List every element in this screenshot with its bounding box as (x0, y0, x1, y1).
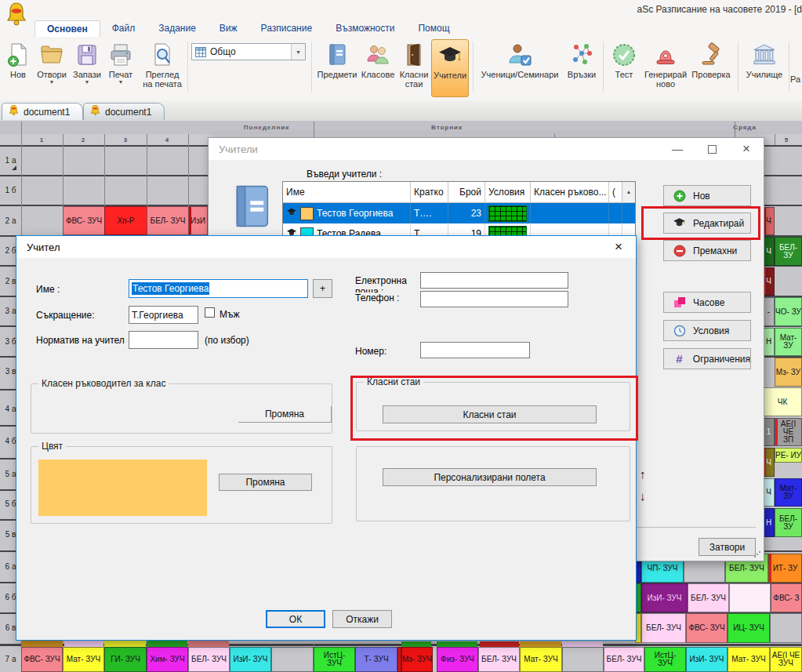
timetable-cell[interactable]: ИзИ (188, 206, 208, 235)
remove-teacher-button[interactable]: Премахни (663, 240, 751, 261)
new-teacher-button[interactable]: Нов (663, 185, 751, 206)
menu-tab[interactable]: Файл (100, 20, 147, 37)
timetable-cell[interactable]: ФВС- ЗУЧ (686, 613, 728, 643)
menu-tab[interactable]: Възможности (324, 20, 406, 37)
timetable-cell[interactable]: БЕЛ- ЗУЧ (641, 613, 686, 643)
email-input[interactable] (420, 272, 568, 289)
document-tab-2[interactable]: document1 (83, 103, 165, 120)
timetable-cell[interactable]: ИТ- ЗУ (768, 554, 802, 583)
menu-tab[interactable]: Основен (34, 20, 100, 37)
timetable-cell[interactable] (271, 647, 314, 672)
timetable-cell[interactable]: ИзИ- ЗУЧ (230, 647, 271, 672)
classrooms-button[interactable]: Класни стаи (383, 405, 597, 423)
timetable-cell[interactable]: ИзИ- ЗУЧ (641, 583, 688, 612)
timetable-cell[interactable] (770, 613, 802, 643)
timetable-cell[interactable]: Ч (763, 448, 775, 477)
table-column-header[interactable]: Кратко (411, 182, 448, 202)
open-button[interactable]: Отвори ▼ (33, 39, 71, 97)
timetable-cell[interactable]: Мат- ЗУЧ (63, 647, 104, 672)
print-preview-button[interactable]: Преглед на печата (138, 39, 187, 97)
edit-teacher-button[interactable]: Редактирай (663, 212, 751, 234)
class-row-label[interactable]: 1 а (1, 156, 20, 165)
new-button[interactable]: Нов (3, 39, 33, 97)
table-column-header[interactable]: Класен ръково... (531, 182, 609, 202)
timetable-cell[interactable] (729, 583, 771, 612)
class-leader-change-button[interactable]: Промяна (238, 406, 332, 423)
male-checkbox[interactable] (205, 307, 215, 318)
minimize-icon[interactable]: — (660, 138, 695, 160)
restrictions-button[interactable]: # Ограничения (663, 348, 751, 369)
timetable-cell[interactable]: Н (763, 328, 775, 356)
table-column-header[interactable]: Условия (485, 182, 531, 202)
conditions-button[interactable]: Условия (663, 320, 751, 341)
timetable-cell[interactable]: БЕЛ- ЗУЧ (188, 647, 230, 672)
table-column-header[interactable]: Брой (448, 182, 485, 202)
timetable-cell[interactable]: БЕЛ- ЗУЧ (604, 647, 644, 672)
menu-tab[interactable]: Задание (147, 20, 208, 37)
menu-tab[interactable]: Виж (208, 20, 249, 37)
timetable-cell[interactable]: Мат- ЗУЧ (520, 647, 562, 672)
ok-button[interactable]: ОК (266, 610, 325, 628)
phone-input[interactable] (420, 291, 568, 307)
timetable-cell[interactable]: Физ- ЗУЧ (437, 647, 478, 672)
timetable-cell[interactable]: БЕЛ- ЗУЧ (147, 206, 189, 235)
name-input[interactable]: Тестов Георгиева (129, 279, 308, 298)
move-up-icon[interactable]: ↑ (640, 467, 646, 481)
timetable-cell[interactable]: ИЦ- ЗУЧ (728, 613, 770, 643)
save-dropdown-icon[interactable]: ▼ (85, 79, 90, 85)
open-dropdown-icon[interactable]: ▼ (49, 79, 55, 85)
document-tab-1[interactable]: document1 (2, 103, 83, 120)
menu-tab[interactable]: Помощ (406, 20, 461, 37)
save-button[interactable]: Запази ▼ (71, 39, 103, 97)
timetable-cell[interactable]: Мз- ЗУ (775, 358, 802, 387)
classes-button[interactable]: Класове (359, 39, 397, 97)
timetable-cell[interactable]: ИстЦ- ЗУЧ (644, 647, 686, 672)
timetable-cell[interactable]: ЧО- ЗУ (775, 297, 802, 326)
maximize-icon[interactable] (695, 138, 729, 160)
timetable-cell[interactable]: ФВС- ЗУЧ (21, 647, 63, 672)
print-dropdown-icon[interactable]: ▼ (118, 79, 124, 85)
timetable-cell[interactable]: БЕЛ- ЗУЧ (478, 647, 520, 672)
lessons-button[interactable]: Часове (663, 292, 751, 313)
timetable-cell[interactable]: ИзИ- ЗУЧ (686, 647, 728, 672)
verification-button[interactable]: Проверка (688, 39, 734, 97)
teachers-table[interactable]: ИмеКраткоБройУсловияКласен ръково...( Те… (282, 181, 636, 243)
cancel-button[interactable]: Откажи (332, 610, 392, 628)
timetable-cell[interactable]: Мат- ЗУ (775, 478, 802, 507)
timetable-cell[interactable]: ЧК (763, 387, 802, 416)
timetable-cell[interactable]: Мз- ЗУЧ (401, 647, 433, 672)
subjects-button[interactable]: Предмети (315, 39, 359, 97)
color-change-button[interactable]: Промяна (219, 474, 312, 491)
timetable-cell[interactable]: ГИ- ЗУЧ (104, 647, 147, 672)
test-button[interactable]: Тест (605, 39, 643, 97)
generate-new-button[interactable]: Генерирай ново (643, 39, 688, 97)
timetable-cell[interactable]: БЕЛ- ЗУЧ (688, 583, 729, 612)
school-button[interactable]: Училище (742, 39, 787, 97)
timetable-cell[interactable]: Хим- ЗУЧ (147, 647, 188, 672)
class-row-label[interactable]: 1 б (1, 186, 20, 194)
teacher-color-swatch[interactable] (38, 460, 207, 516)
number-input[interactable] (420, 342, 530, 358)
timetable-cell[interactable] (562, 647, 604, 672)
students-seminars-button[interactable]: Ученици/Семинари (477, 39, 563, 97)
classrooms-button[interactable]: Класни стаи (397, 39, 431, 97)
table-column-header[interactable]: Име (283, 182, 411, 202)
timetable-cell[interactable]: - (763, 297, 775, 326)
close-icon[interactable]: × (729, 138, 764, 160)
timetable-cell[interactable]: Мат- ЗУ (775, 328, 802, 356)
timetable-cell[interactable]: 1 (763, 418, 775, 446)
view-combobox[interactable]: Общо ▼ (191, 43, 306, 60)
custom-fields-button[interactable]: Персонализирани полета (383, 468, 597, 486)
teacher-row[interactable]: Тестов ГеоргиеваТ….23 (283, 203, 635, 223)
timetable-cell[interactable]: ФВС- З (771, 583, 802, 612)
timetable-cell[interactable]: АЕ(I ЧЕ ЗУЧ (770, 647, 802, 672)
table-column-header[interactable]: ( (609, 182, 622, 202)
teachers-button[interactable]: Учители (431, 39, 469, 97)
timetable-cell[interactable]: БЕЛ- ЗУ (775, 237, 802, 266)
timetable-cell[interactable]: Ч (763, 207, 775, 235)
resize-grip[interactable] (754, 551, 760, 558)
timetable-cell[interactable]: Ч (763, 237, 775, 266)
timetable-cell[interactable]: ФВС- ЗУЧ (63, 206, 105, 235)
teacher-dialog-titlebar[interactable]: Учител × (16, 236, 636, 258)
timetable-cell[interactable]: ИстЦ- ЗУЧ (314, 647, 355, 672)
